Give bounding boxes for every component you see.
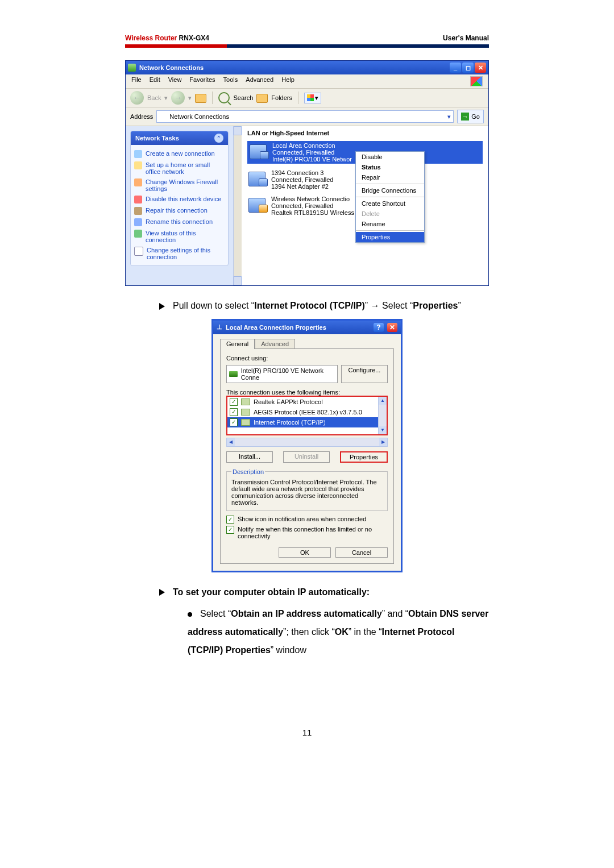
- address-field[interactable]: Network Connections ▾: [156, 110, 454, 123]
- checkbox-icon[interactable]: ✓: [226, 526, 234, 534]
- task-item[interactable]: Rename this connection: [134, 217, 225, 228]
- connection-name: 1394 Connection 3: [271, 169, 333, 176]
- scroll-left-icon[interactable]: ◀: [227, 438, 235, 446]
- text: Select “: [200, 609, 231, 618]
- task-item[interactable]: Set up a home or small office network: [134, 160, 225, 177]
- forward-button[interactable]: →: [171, 91, 185, 105]
- text-bold: Obtain an IP address automatically: [231, 609, 382, 618]
- toolbar-separator: [212, 92, 213, 104]
- up-folder-icon[interactable]: [195, 93, 206, 103]
- ctx-disable[interactable]: Disable: [356, 152, 424, 162]
- ctx-status[interactable]: Status: [356, 162, 424, 172]
- network-connections-window: Network Connections _ ◻ ✕ File Edit View…: [125, 60, 489, 286]
- list-item-tcpip[interactable]: ✓ Internet Protocol (TCP/IP): [227, 417, 387, 427]
- address-value: Network Connections: [169, 113, 229, 120]
- task-panel: Network Tasks ⌃ Create a new connection …: [126, 126, 234, 285]
- search-icon[interactable]: [218, 92, 230, 103]
- task-label: Change settings of this connection: [147, 247, 225, 260]
- task-item[interactable]: Disable this network device: [134, 194, 225, 205]
- list-scrollbar[interactable]: ▲ ▼: [378, 397, 387, 434]
- ctx-repair[interactable]: Repair: [356, 172, 424, 182]
- description-legend: Description: [231, 468, 265, 475]
- uninstall-button: Uninstall: [283, 451, 330, 463]
- menu-view[interactable]: View: [168, 76, 182, 86]
- address-icon: [159, 113, 166, 120]
- back-dropdown-icon[interactable]: ▾: [164, 94, 168, 102]
- items-listbox[interactable]: ✓ Realtek EAPPkt Protocol ✓ AEGIS Protoc…: [226, 396, 388, 435]
- task-scrollbar[interactable]: [234, 126, 242, 285]
- dialog-titlebar[interactable]: ⊥ Local Area Connection Properties ? ✕: [213, 321, 401, 334]
- checkbox-icon[interactable]: ✓: [230, 418, 238, 426]
- ok-button[interactable]: OK: [279, 547, 331, 558]
- task-icon: [134, 207, 142, 215]
- task-item[interactable]: Change Windows Firewall settings: [134, 177, 225, 194]
- tab-general[interactable]: General: [220, 339, 255, 349]
- ctx-properties[interactable]: Properties: [356, 232, 424, 242]
- menu-advanced[interactable]: Advanced: [246, 76, 273, 86]
- menu-favorites[interactable]: Favorites: [189, 76, 215, 86]
- ctx-rename[interactable]: Rename: [356, 219, 424, 229]
- search-label[interactable]: Search: [233, 94, 253, 101]
- back-button[interactable]: ←: [130, 91, 144, 105]
- views-button[interactable]: ▾: [304, 93, 321, 103]
- dialog-title: Local Area Connection Properties: [226, 324, 326, 331]
- network-tasks-header[interactable]: Network Tasks ⌃: [131, 131, 228, 145]
- menu-file[interactable]: File: [131, 76, 142, 86]
- maximize-button[interactable]: ◻: [462, 63, 474, 73]
- page-number: 11: [125, 728, 489, 737]
- close-button[interactable]: ✕: [387, 323, 397, 332]
- cancel-button[interactable]: Cancel: [335, 547, 388, 558]
- ctx-bridge[interactable]: Bridge Connections: [356, 185, 424, 196]
- menu-tools[interactable]: Tools: [223, 76, 238, 86]
- help-button[interactable]: ?: [374, 323, 384, 332]
- go-button[interactable]: → Go: [457, 110, 484, 123]
- protocol-icon: [241, 398, 250, 405]
- protocol-icon: [241, 409, 250, 416]
- configure-button[interactable]: Configure...: [341, 365, 388, 383]
- lan-properties-dialog: ⊥ Local Area Connection Properties ? ✕ G…: [211, 319, 403, 572]
- section-heading: LAN or High-Speed Internet: [247, 130, 483, 136]
- text: Pull down to select “: [173, 301, 254, 310]
- minimize-button[interactable]: _: [450, 63, 461, 73]
- checkbox-icon[interactable]: ✓: [226, 516, 234, 524]
- window-title: Network Connections: [139, 64, 204, 71]
- address-dropdown-icon[interactable]: ▾: [447, 113, 451, 121]
- scroll-right-icon[interactable]: ▶: [379, 438, 387, 446]
- menu-help[interactable]: Help: [281, 76, 294, 86]
- scroll-down-icon[interactable]: [234, 276, 242, 285]
- scroll-down-icon[interactable]: ▼: [379, 426, 387, 434]
- menu-edit[interactable]: Edit: [150, 76, 160, 86]
- scroll-up-icon[interactable]: [234, 126, 242, 135]
- close-button[interactable]: ✕: [475, 63, 486, 73]
- titlebar[interactable]: Network Connections _ ◻ ✕: [126, 61, 488, 74]
- task-item[interactable]: Change settings of this connection: [134, 245, 225, 262]
- tab-advanced[interactable]: Advanced: [255, 339, 295, 349]
- task-label: Change Windows Firewall settings: [146, 178, 225, 192]
- install-button[interactable]: Install...: [226, 451, 273, 463]
- list-item[interactable]: ✓ Realtek EAPPkt Protocol: [227, 397, 387, 407]
- task-item[interactable]: Repair this connection: [134, 205, 225, 217]
- connect-using-label: Connect using:: [226, 355, 388, 362]
- task-label: Rename this connection: [146, 218, 213, 225]
- adapter-field[interactable]: Intel(R) PRO/100 VE Network Conne: [226, 365, 338, 383]
- task-item[interactable]: View status of this connection: [134, 228, 225, 245]
- description-text: Transmission Control Protocol/Internet P…: [231, 479, 383, 506]
- notify-checkbox[interactable]: ✓ Notify me when this connection has lim…: [226, 526, 388, 539]
- doc-header: Wireless Router RNX-GX4 User's Manual: [125, 34, 489, 44]
- list-item[interactable]: ✓ AEGIS Protocol (IEEE 802.1x) v3.7.5.0: [227, 407, 387, 417]
- checkbox-icon[interactable]: ✓: [230, 398, 238, 406]
- windows-flag-icon[interactable]: [470, 76, 483, 86]
- task-label: Set up a home or small office network: [146, 161, 225, 175]
- checkbox-icon[interactable]: ✓: [230, 408, 238, 416]
- task-item[interactable]: Create a new connection: [134, 148, 225, 160]
- folders-icon[interactable]: [256, 93, 268, 103]
- show-icon-checkbox[interactable]: ✓ Show icon in notification area when co…: [226, 516, 388, 524]
- text-bold: Properties: [413, 301, 458, 310]
- forward-dropdown-icon[interactable]: ▾: [188, 94, 192, 102]
- scroll-up-icon[interactable]: ▲: [379, 397, 387, 405]
- list-hscroll[interactable]: ◀ ▶: [226, 438, 388, 447]
- collapse-icon[interactable]: ⌃: [214, 134, 223, 143]
- properties-button[interactable]: Properties: [340, 451, 388, 463]
- folders-label[interactable]: Folders: [271, 94, 292, 101]
- ctx-shortcut[interactable]: Create Shortcut: [356, 198, 424, 209]
